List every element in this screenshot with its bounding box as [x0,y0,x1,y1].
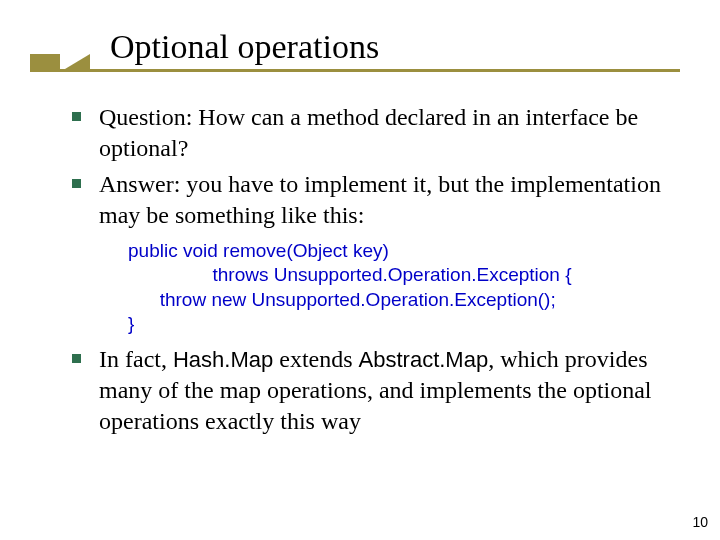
code-line: } [128,313,134,334]
content-area: Question: How can a method declared in a… [30,76,690,436]
square-bullet-icon [72,179,81,188]
title-underline [30,69,680,72]
code-inline: Hash.Map [173,347,273,372]
square-bullet-icon [72,354,81,363]
code-line: throws Unsupported.Operation.Exception { [128,264,572,285]
bullet-text: In fact, Hash.Map extends Abstract.Map, … [99,344,670,436]
code-line: public void remove(Object key) [128,240,389,261]
code-line: throw new Unsupported.Operation.Exceptio… [128,289,556,310]
text-span: extends [273,346,358,372]
bullet-item: Question: How can a method declared in a… [72,102,670,163]
slide: Optional operations Question: How can a … [0,0,720,540]
bullet-item: In fact, Hash.Map extends Abstract.Map, … [72,344,670,436]
bullet-item: Answer: you have to implement it, but th… [72,169,670,230]
text-span: In fact, [99,346,173,372]
page-number: 10 [692,514,708,530]
code-inline: Abstract.Map [359,347,489,372]
title-area: Optional operations [30,20,690,76]
code-block: public void remove(Object key) throws Un… [72,239,670,336]
bullet-text: Answer: you have to implement it, but th… [99,169,670,230]
square-bullet-icon [72,112,81,121]
bullet-text: Question: How can a method declared in a… [99,102,670,163]
slide-title: Optional operations [110,28,690,66]
